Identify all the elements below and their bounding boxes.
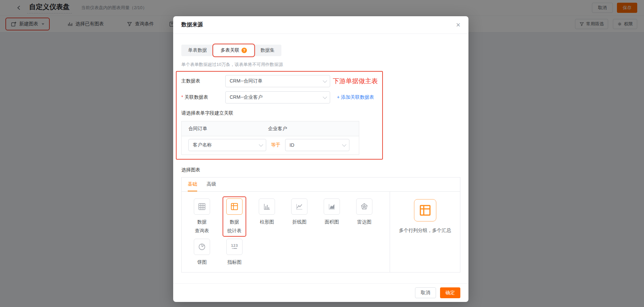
relation-form: 主数据表 CRM--合同订单 下游单据做主表 *关联数据表 CRM--企业客户 — [181, 71, 460, 160]
chart-type-label: 面积图 — [325, 218, 339, 227]
data-source-tabs: 单表数据 多表关联 ? 数据集 — [181, 45, 281, 56]
preview-icon-box — [414, 199, 436, 221]
pivot-table-icon — [230, 202, 239, 211]
select-value: ID — [290, 142, 294, 148]
chart-type-pivot-table[interactable]: 数据 统计表 — [218, 196, 251, 237]
modal-cancel-button[interactable]: 取消 — [415, 287, 436, 298]
page-root: 自定义仪表盘 当前仪表盘内的图表用量（2/10） 取消 保存 新建图表 — [0, 0, 644, 307]
chart-section-label: 选择图表 — [181, 167, 460, 173]
chevron-down-icon — [342, 142, 346, 147]
mapping-title: 请选择表单字段建立关联 — [181, 110, 460, 116]
add-related-table-link[interactable]: + 添加关联数据表 — [337, 94, 374, 100]
chart-panel-tabs: 基础 高级 — [182, 178, 460, 192]
chart-type-column-chart[interactable]: 柱形图 — [251, 196, 283, 237]
question-circle-icon[interactable]: ? — [242, 48, 247, 53]
left-field-select[interactable]: 客户名称 — [188, 139, 266, 151]
chevron-down-icon — [323, 78, 327, 83]
column-chart-icon — [262, 202, 271, 211]
chart-type-label: 数据 查询表 — [195, 218, 209, 235]
pie-chart-icon — [198, 242, 206, 251]
preview-caption: 多个行列分组，多个汇总 — [399, 228, 451, 234]
mapping-table-row: 客户名称 等于 ID — [182, 136, 359, 155]
chart-type-grid: 数据 查询表 数据 统计表 — [182, 192, 390, 272]
area-chart-icon — [327, 202, 336, 211]
modal-header: 数据来源 × — [173, 16, 468, 34]
chart-type-label: 折线图 — [292, 218, 306, 227]
tab-single-table[interactable]: 单表数据 — [181, 45, 214, 56]
chart-type-label: 指标图 — [227, 258, 242, 267]
metric-123-icon: 123 — [230, 242, 239, 251]
field-mapping-table: 合同订单 企业客户 客户名称 等于 ID — [181, 121, 359, 155]
limit-hint-text: 单个表单数据超过10万条，该表单将不可用作数据源 — [181, 62, 460, 68]
chevron-down-icon — [259, 142, 263, 147]
chart-type-area-chart[interactable]: 面积图 — [316, 196, 348, 237]
data-query-table-icon — [198, 202, 206, 211]
chart-type-radar-chart[interactable]: 雷达图 — [348, 196, 381, 237]
chart-preview-pane: 多个行列分组，多个汇总 — [390, 192, 460, 272]
mapping-table-header: 合同订单 企业客户 — [182, 121, 359, 136]
modal-body: 单表数据 多表关联 ? 数据集 单个表单数据超过10万条，该表单将不可用作数据源… — [173, 34, 468, 283]
modal-title: 数据来源 — [181, 21, 203, 28]
tab-advanced[interactable]: 高级 — [207, 181, 216, 191]
chevron-down-icon — [323, 95, 327, 99]
line-chart-icon — [295, 202, 304, 211]
modal-confirm-button[interactable]: 确定 — [440, 287, 460, 298]
chart-type-metric-chart[interactable]: 123 指标图 — [218, 237, 251, 268]
annotation-text-primary: 下游单据做主表 — [333, 77, 378, 86]
radar-chart-icon — [360, 202, 369, 211]
tab-label: 多表关联 — [221, 47, 239, 53]
primary-table-label: 主数据表 — [181, 78, 225, 84]
related-table-label: *关联数据表 — [181, 94, 225, 100]
select-value: 客户名称 — [193, 142, 212, 148]
mapping-col-left: 合同订单 — [182, 126, 261, 132]
chart-type-label: 雷达图 — [357, 218, 371, 227]
tab-multi-table[interactable]: 多表关联 ? — [214, 45, 254, 56]
chart-type-label: 柱形图 — [260, 218, 274, 227]
tab-label: 数据集 — [260, 47, 275, 53]
chart-type-line-chart[interactable]: 折线图 — [283, 196, 316, 237]
select-value: CRM--合同订单 — [230, 78, 262, 84]
modal-footer: 取消 确定 — [173, 283, 468, 302]
related-table-select[interactable]: CRM--企业客户 — [225, 91, 330, 103]
chart-type-panel: 基础 高级 — [181, 177, 460, 273]
operator-label: 等于 — [271, 142, 280, 148]
label-text: 关联数据表 — [184, 94, 208, 100]
pivot-table-icon — [418, 204, 432, 217]
select-value: CRM--企业客户 — [230, 94, 262, 100]
tab-basic[interactable]: 基础 — [188, 181, 197, 191]
chart-type-label: 数据 统计表 — [227, 218, 242, 235]
required-asterisk: * — [181, 94, 183, 100]
right-field-select[interactable]: ID — [285, 139, 349, 151]
chart-type-label: 饼图 — [197, 258, 207, 267]
svg-text:123: 123 — [231, 244, 238, 247]
primary-table-select[interactable]: CRM--合同订单 — [225, 75, 330, 87]
tab-dataset[interactable]: 数据集 — [254, 45, 281, 56]
chart-type-pie-chart[interactable]: 饼图 — [186, 237, 218, 268]
data-source-modal: 数据来源 × 单表数据 多表关联 ? 数据集 单个表单数据超过10万条，该表单将… — [173, 16, 468, 302]
tab-label: 单表数据 — [188, 47, 207, 53]
mapping-col-right: 企业客户 — [261, 126, 359, 132]
close-icon[interactable]: × — [456, 21, 460, 29]
chart-type-data-query-table[interactable]: 数据 查询表 — [186, 196, 218, 237]
